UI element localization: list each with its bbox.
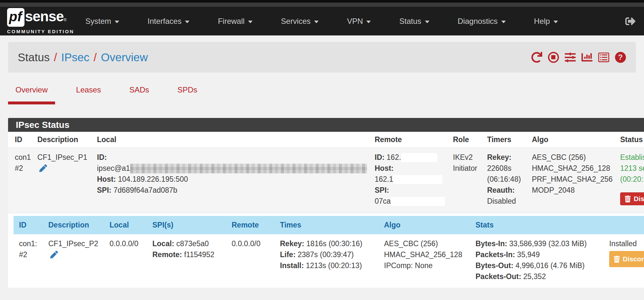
local-host-label: Host: — [97, 175, 116, 183]
chevron-down-icon — [248, 21, 253, 23]
breadcrumb-section: Status — [18, 51, 50, 64]
disconnect-button[interactable]: Disconnect — [620, 192, 644, 205]
main-navbar: pf sense ® COMMUNITY EDITION System Inte… — [0, 7, 644, 35]
breadcrumb: Status / IPsec / Overview — [18, 51, 148, 64]
ike-remote-cell: ID: 162. Host: 162.1 SPI: 07ca — [375, 152, 453, 207]
log-list-icon[interactable] — [598, 51, 610, 63]
col-header-algo: Algo — [532, 135, 620, 144]
tab-sads[interactable]: SADs — [122, 85, 156, 104]
sa-times-cell: Rekey: 1816s (00:30:16) Life: 2387s (00:… — [280, 238, 384, 282]
ike-id-line1: con1 — [15, 152, 37, 163]
ipsec-status-panel: IPsec Status ID Description Local Remote… — [8, 118, 644, 288]
tab-leases[interactable]: Leases — [69, 85, 108, 104]
logo-pf-box: pf — [7, 8, 24, 27]
help-icon[interactable]: ? — [614, 51, 626, 63]
chart-bar-icon[interactable] — [581, 51, 593, 63]
disconnect-child-button[interactable]: Disconnect — [609, 251, 644, 267]
algo-line: IPComp: None — [384, 260, 476, 271]
stat-value: 35,949 — [517, 250, 540, 259]
logo-edition-label: COMMUNITY EDITION — [7, 29, 67, 34]
breadcrumb-link-overview[interactable]: Overview — [101, 51, 148, 64]
tab-spds[interactable]: SPDs — [170, 85, 205, 104]
options-sliders-icon[interactable] — [564, 51, 576, 63]
nav-item-firewall[interactable]: Firewall — [218, 17, 267, 26]
panel-title: IPsec Status — [8, 118, 644, 132]
sa-stats-cell: Bytes-In: 33,586,939 (32.03 MiB) Packets… — [476, 238, 609, 282]
edit-pencil-icon[interactable] — [39, 164, 47, 172]
redacted-white-region — [393, 175, 442, 184]
sa-spis-cell: Local: c873e5a0 Remote: f1154952 — [152, 238, 232, 282]
remote-spi-label: SPI: — [375, 186, 389, 194]
nav-item-help[interactable]: Help — [534, 17, 572, 26]
page-action-icons: ? — [531, 51, 626, 63]
nav-item-system[interactable]: System — [85, 17, 133, 26]
chevron-down-icon — [366, 21, 371, 23]
sa-state: Installed — [609, 238, 644, 249]
pfsense-logo-wordmark: pf sense ® — [7, 8, 67, 27]
nav-item-label: Diagnostics — [458, 17, 498, 26]
refresh-icon[interactable] — [531, 51, 543, 63]
spi-remote-value: f1154952 — [184, 250, 214, 259]
nav-item-services[interactable]: Services — [281, 17, 333, 26]
pfsense-ipsec-status-page: pf sense ® COMMUNITY EDITION System Inte… — [0, 0, 644, 300]
disconnect-button-label: Disconnect — [634, 195, 644, 203]
rekey-label: Rekey: — [487, 153, 511, 161]
sa-remote-cell: 0.0.0.0/0 — [232, 238, 280, 282]
algo-line: AES_CBC (256) — [532, 152, 620, 163]
time-value: 2387s (00:39:47) — [298, 250, 354, 259]
local-id-label: ID: — [97, 153, 107, 161]
rekey-value: 22608s — [487, 163, 532, 174]
algo-line: HMAC_SHA2_256_128 — [532, 163, 620, 174]
col-header-local: Local — [110, 221, 152, 229]
role-line2: Initiator — [453, 163, 487, 174]
nav-menu: System Interfaces Firewall Services VPN … — [85, 17, 586, 26]
ike-description-cell: CF1_IPsec_P1 — [37, 152, 97, 207]
nav-item-interfaces[interactable]: Interfaces — [148, 17, 204, 26]
chevron-down-icon — [115, 21, 119, 23]
ike-timers-cell: Rekey: 22608s (06:16:48) Reauth: Disable… — [487, 152, 532, 207]
redacted-blur-region — [130, 164, 367, 173]
logo-sense-text: sense — [25, 9, 64, 24]
status-age: 1213 seconds — [620, 163, 644, 174]
nav-item-status[interactable]: Status — [399, 17, 443, 26]
reauth-value: Disabled — [487, 196, 532, 207]
ike-local-cell: ID: ipsec@a1 Host: 104.189.226.195:500 S… — [97, 152, 375, 207]
ike-status-cell: Established 1213 seconds (00:20:13) Disc… — [620, 152, 644, 207]
spi-local-label: Local: — [152, 239, 174, 248]
local-spi-label: SPI: — [97, 186, 111, 194]
tab-overview[interactable]: Overview — [8, 85, 55, 104]
col-header-timers: Timers — [487, 135, 532, 144]
col-header-id: ID — [19, 221, 48, 229]
col-header-description: Description — [37, 135, 97, 144]
nav-item-vpn[interactable]: VPN — [347, 17, 385, 26]
local-id-value: ipsec@a1 — [97, 164, 130, 172]
algo-line: PRF_HMAC_SHA2_256 — [532, 174, 620, 185]
sign-out-icon[interactable] — [625, 16, 636, 26]
col-header-local: Local — [97, 135, 375, 144]
ipsec-tabs: Overview Leases SADs SPDs — [8, 85, 636, 104]
algo-line: MODP_2048 — [532, 185, 620, 196]
spi-local-value: c873e5a0 — [176, 239, 209, 248]
remote-host-label: Host: — [375, 164, 394, 172]
edit-pencil-icon[interactable] — [50, 251, 58, 258]
remote-id-label: ID: — [375, 153, 385, 161]
ike-algo-cell: AES_CBC (256) HMAC_SHA2_256_128 PRF_HMAC… — [532, 152, 620, 207]
sa-algo-cell: AES_CBC (256) HMAC_SHA2_256_128 IPComp: … — [384, 238, 476, 282]
sa-local-cell: 0.0.0.0/0 — [110, 238, 152, 282]
spi-remote-label: Remote: — [152, 250, 182, 259]
remote-id-value: 162. — [387, 153, 401, 161]
chevron-down-icon — [501, 21, 506, 23]
child-sa-section: ID Description Local SPI(s) Remote Times… — [14, 213, 644, 288]
nav-item-label: Firewall — [218, 17, 245, 26]
local-host-value: 104.189.226.195:500 — [118, 175, 188, 183]
status-established: Established — [620, 152, 644, 163]
time-value: 1816s (00:30:16) — [306, 239, 362, 248]
col-header-stats: Stats — [476, 221, 609, 229]
stop-icon[interactable] — [547, 51, 559, 63]
nav-item-diagnostics[interactable]: Diagnostics — [458, 17, 520, 26]
algo-line: HMAC_SHA2_256_128 — [384, 249, 476, 260]
breadcrumb-link-ipsec[interactable]: IPsec — [61, 51, 90, 64]
local-spi-value: 7d689f64a7ad087b — [113, 186, 177, 194]
pfsense-logo[interactable]: pf sense ® COMMUNITY EDITION — [7, 8, 67, 34]
algo-line: AES_CBC (256) — [384, 238, 476, 249]
